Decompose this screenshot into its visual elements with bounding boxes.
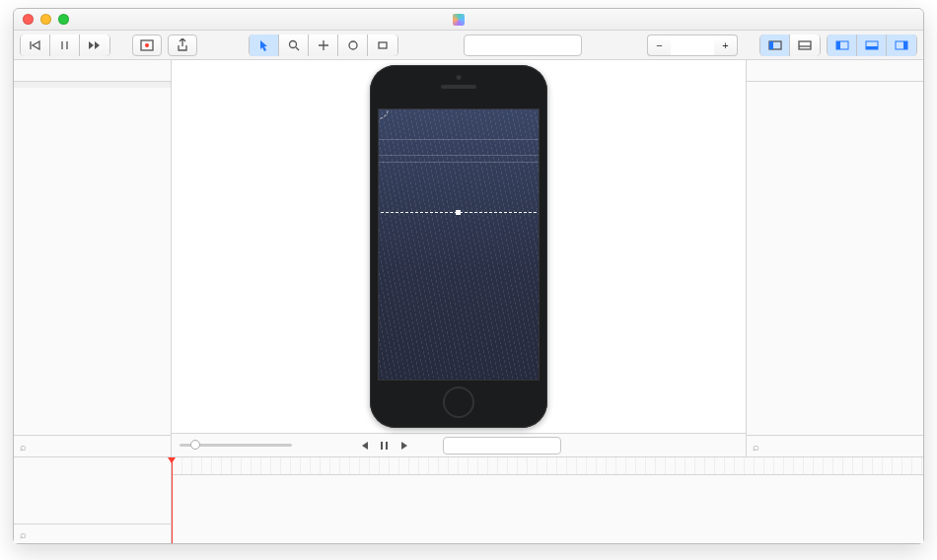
left-sidebar: ⌕: [14, 60, 172, 456]
tl-timecode: [443, 437, 561, 455]
svg-point-3: [349, 41, 357, 49]
search-icon[interactable]: ⌕: [20, 528, 27, 540]
page-section-header: [14, 82, 171, 88]
zoom-value[interactable]: [671, 35, 714, 56]
panel-right-button[interactable]: [887, 35, 916, 56]
record-button[interactable]: [132, 35, 162, 56]
timeline: ⌕: [14, 456, 923, 543]
pause-button[interactable]: [50, 35, 80, 56]
svg-rect-14: [903, 41, 907, 49]
panel-left-button[interactable]: [828, 35, 857, 56]
toolbar-timecode: [464, 35, 582, 56]
tl-pause-button[interactable]: [377, 438, 393, 454]
zoom-window-button[interactable]: [58, 14, 69, 25]
share-button[interactable]: [168, 35, 197, 56]
playhead[interactable]: [172, 457, 173, 543]
canvas[interactable]: [172, 60, 746, 456]
svg-point-1: [145, 43, 149, 47]
svg-rect-6: [769, 41, 773, 49]
titlebar: [14, 9, 923, 31]
zoom-out-button[interactable]: −: [647, 35, 671, 56]
tl-forward-button[interactable]: [397, 438, 413, 454]
svg-rect-12: [866, 46, 878, 49]
svg-rect-7: [799, 41, 811, 49]
view-mode-2-button[interactable]: [790, 35, 820, 56]
right-sidebar: ⌕: [746, 60, 923, 456]
circle-tool-button[interactable]: [338, 35, 368, 56]
view-mode-1-button[interactable]: [760, 35, 790, 56]
crosshair-tool-button[interactable]: [309, 35, 338, 56]
search-icon[interactable]: ⌕: [753, 441, 759, 453]
toolbar: − +: [14, 31, 923, 60]
phone-mockup: [370, 65, 547, 428]
selection-box[interactable]: [378, 108, 540, 213]
svg-point-2: [289, 40, 296, 47]
rewind-button[interactable]: [21, 35, 50, 56]
pointer-tool-button[interactable]: [250, 35, 279, 56]
zoom-in-button[interactable]: +: [714, 35, 738, 56]
rect-tool-button[interactable]: [368, 35, 397, 56]
tl-rewind-button[interactable]: [356, 438, 372, 454]
doc-icon: [453, 14, 465, 26]
close-window-button[interactable]: [23, 14, 34, 25]
zoom-tool-button[interactable]: [279, 35, 309, 56]
fast-forward-button[interactable]: [80, 35, 109, 56]
search-icon[interactable]: ⌕: [20, 441, 27, 453]
svg-rect-10: [836, 41, 840, 49]
panel-bottom-button[interactable]: [857, 35, 887, 56]
minimize-window-button[interactable]: [40, 14, 51, 25]
svg-rect-4: [379, 42, 387, 48]
timeline-zoom-slider[interactable]: [172, 444, 300, 447]
